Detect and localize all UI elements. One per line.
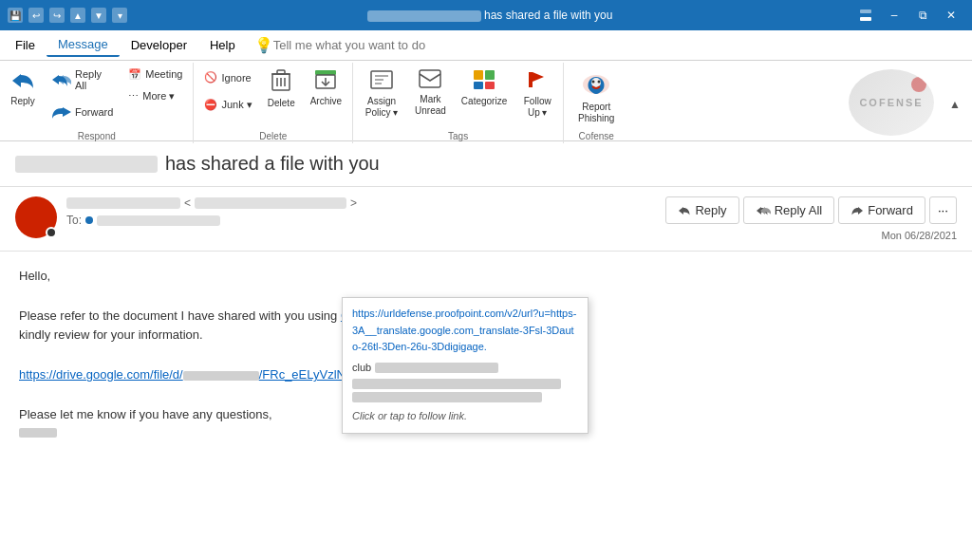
mark-unread-button[interactable]: MarkUnread: [408, 65, 453, 129]
delete-buttons: 🚫 Ignore ⛔ Junk ▾ Delete: [197, 65, 348, 129]
ribbon-group-tags: AssignPolicy ▾ MarkUnread Categorize: [353, 63, 564, 143]
to-dot: [85, 216, 93, 224]
email-area: has shared a file with you < > To:: [0, 141, 972, 560]
more-icon: ⋯: [128, 90, 139, 103]
archive-button[interactable]: Archive: [304, 65, 348, 129]
lightbulb-icon: 💡: [254, 36, 273, 54]
svg-rect-1: [860, 9, 871, 13]
tooltip-club-row: club: [352, 360, 578, 377]
tags-buttons: AssignPolicy ▾ MarkUnread Categorize: [357, 65, 559, 129]
avatar-status-dot: [46, 227, 57, 238]
sender-details: < > To:: [66, 196, 357, 227]
minimize-button[interactable]: –: [881, 2, 907, 28]
delete-label: Delete: [268, 98, 295, 109]
svg-point-23: [592, 80, 595, 83]
ignore-icon: 🚫: [204, 71, 217, 84]
sender-email-blurred: [195, 197, 346, 209]
mark-unread-icon: [419, 69, 441, 92]
menu-message[interactable]: Message: [47, 33, 120, 57]
ignore-label: Ignore: [221, 72, 251, 84]
email-subject-bar: has shared a file with you: [0, 141, 972, 187]
follow-up-button[interactable]: FollowUp ▾: [515, 65, 559, 129]
reply-buttons: Reply Reply All Forward ···: [665, 196, 957, 224]
delete-button[interactable]: Delete: [261, 65, 302, 129]
menu-bar: File Message Developer Help 💡: [0, 30, 972, 61]
reply-label: Reply: [10, 96, 35, 107]
archive-icon: [314, 69, 337, 94]
cofense-buttons: ReportPhishing: [568, 65, 625, 129]
menu-developer[interactable]: Developer: [120, 34, 198, 56]
title-bar-text: has shared a file with you: [127, 9, 852, 22]
tell-me-container[interactable]: [273, 38, 968, 52]
menu-help[interactable]: Help: [198, 34, 247, 56]
report-phishing-button[interactable]: ReportPhishing: [568, 65, 625, 129]
cofense-logo-text: COFENSE: [859, 97, 923, 108]
junk-icon: ⛔: [204, 99, 217, 111]
sender-info: < > To:: [15, 196, 357, 238]
junk-label: Junk ▾: [221, 99, 252, 111]
sender-blurred: [367, 10, 481, 22]
reply-icon: [10, 69, 35, 94]
forward-button[interactable]: Forward: [44, 97, 120, 127]
mark-unread-label: MarkUnread: [415, 94, 446, 117]
more-inline-icon: ···: [938, 203, 948, 217]
assign-policy-icon: [370, 69, 393, 94]
reply-button[interactable]: Reply: [4, 65, 42, 129]
customize-icon[interactable]: ▾: [112, 8, 127, 23]
to-label: To:: [66, 214, 82, 227]
up-arrow-icon[interactable]: ▲: [70, 8, 85, 23]
ribbon: Reply ReplyAll Forward 📅 Meeting: [0, 61, 972, 141]
forward-label: Forward: [75, 106, 113, 118]
redo-icon[interactable]: ↪: [49, 8, 65, 23]
angle-bracket-right: >: [350, 196, 357, 210]
junk-button[interactable]: ⛔ Junk ▾: [197, 92, 258, 119]
email-header: < > To: Reply: [0, 187, 972, 252]
ribbon-group-cofense: ReportPhishing Cofense: [564, 63, 628, 143]
more-inline-button[interactable]: ···: [929, 196, 957, 224]
ribbon-collapse-button[interactable]: ▲: [942, 91, 968, 118]
categorize-label: Categorize: [461, 96, 507, 107]
meeting-label: Meeting: [145, 68, 182, 80]
respond-label: Respond: [4, 129, 189, 143]
ribbon-group-respond: Reply ReplyAll Forward 📅 Meeting: [0, 63, 194, 143]
report-phishing-icon: [581, 69, 611, 100]
close-button[interactable]: ✕: [938, 2, 964, 28]
meeting-icon: 📅: [128, 68, 141, 81]
reply-all-button[interactable]: ReplyAll: [44, 65, 120, 95]
delete-icon: [271, 69, 291, 96]
save-icon[interactable]: 💾: [8, 8, 23, 23]
svg-rect-0: [860, 17, 871, 21]
ribbon-row: Reply ReplyAll Forward 📅 Meeting: [0, 65, 972, 140]
signature-blurred: [19, 428, 57, 438]
meeting-button[interactable]: 📅 Meeting: [122, 65, 189, 84]
assign-policy-label: AssignPolicy ▾: [365, 96, 398, 119]
link-tooltip: https://urldefense.proofpoint.com/v2/url…: [342, 297, 589, 434]
svg-rect-4: [277, 70, 285, 74]
tooltip-tap-label: Click or tap to follow link.: [352, 408, 578, 425]
sender-name-blurred: [66, 197, 180, 209]
to-row: To:: [66, 214, 357, 227]
menu-file[interactable]: File: [4, 34, 47, 56]
categorize-button[interactable]: Categorize: [455, 65, 514, 129]
undo-icon[interactable]: ↩: [28, 8, 44, 23]
svg-rect-17: [485, 70, 495, 80]
sender-name-row: < >: [66, 196, 357, 210]
reply-inline-icon: [678, 205, 691, 216]
taskbar-icon[interactable]: [852, 2, 879, 28]
subject-sender-blurred: [15, 156, 158, 173]
down-arrow-icon[interactable]: ▼: [91, 8, 106, 23]
cofense-label: Cofense: [568, 129, 625, 143]
ignore-button[interactable]: 🚫 Ignore: [197, 65, 258, 91]
reply-all-label: ReplyAll: [75, 68, 102, 91]
restore-button[interactable]: ⧉: [909, 2, 936, 28]
forward-inline-button[interactable]: Forward: [838, 196, 925, 224]
title-subject: has shared a file with you: [484, 9, 612, 22]
assign-policy-button[interactable]: AssignPolicy ▾: [357, 65, 406, 129]
reply-inline-button[interactable]: Reply: [665, 196, 738, 224]
cofense-logo-area: COFENSE: [628, 69, 942, 136]
more-respond-button[interactable]: ⋯ More ▾: [122, 86, 189, 106]
to-address-blurred: [97, 215, 220, 226]
title-bar: 💾 ↩ ↪ ▲ ▼ ▾ has shared a file with you –…: [0, 0, 972, 30]
tell-me-input[interactable]: [273, 38, 463, 52]
reply-all-inline-button[interactable]: Reply All: [743, 196, 835, 224]
